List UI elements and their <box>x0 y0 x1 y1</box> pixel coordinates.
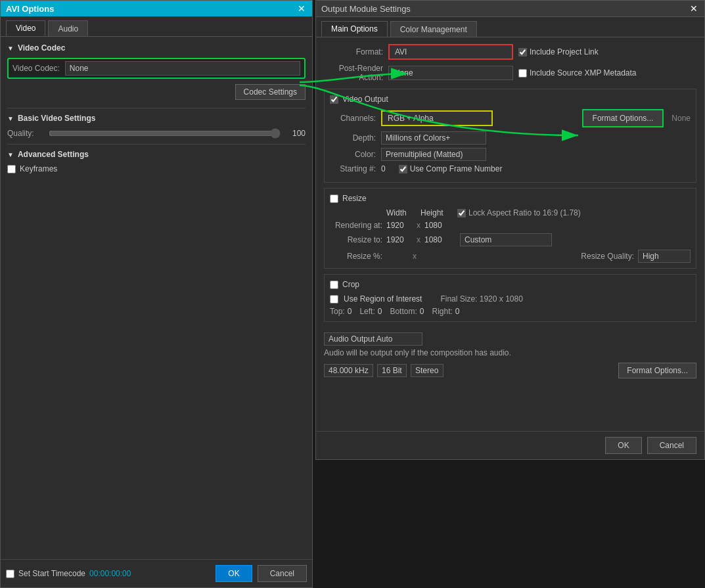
avi-titlebar: AVI Options ✕ <box>1 1 312 16</box>
top-value: 0 <box>348 307 352 316</box>
tab-color-management[interactable]: Color Management <box>390 21 477 37</box>
use-comp-frame-number-label: Use Comp Frame Number <box>399 164 503 173</box>
format-select[interactable]: AVI <box>388 44 513 60</box>
use-comp-frame-number-checkbox[interactable] <box>399 165 407 173</box>
tab-video[interactable]: Video <box>6 20 45 36</box>
set-start-timecode-label: Set Start Timecode <box>18 569 85 578</box>
height-col-header: Height <box>421 208 447 217</box>
crop-header: Crop <box>330 280 691 289</box>
resize-to-height: 1080 <box>424 235 451 244</box>
avi-bottom-bar: Set Start Timecode 00:00:00:00 OK Cancel <box>1 559 312 587</box>
channels-field-label: Channels: <box>330 114 376 123</box>
codec-select[interactable]: None <box>65 61 300 76</box>
set-start-timecode-checkbox[interactable] <box>6 570 14 578</box>
rendering-height: 1080 <box>424 221 451 230</box>
resize-to-label: Resize to: <box>330 235 382 244</box>
crop-label: Crop <box>342 280 359 289</box>
tab-main-options[interactable]: Main Options <box>321 21 388 37</box>
resize-preset-select[interactable]: Custom <box>460 233 552 246</box>
basic-video-triangle: ▼ <box>7 115 14 122</box>
resize-grid: Width Height Lock Aspect Ratio to 16:9 (… <box>330 208 691 263</box>
audio-section: Audio Output Auto Audio will be output o… <box>324 327 696 384</box>
resize-quality-select[interactable]: High <box>638 250 691 263</box>
include-source-xmp-label: Include Source XMP Metadata <box>518 68 637 78</box>
rendering-width: 1920 <box>386 221 413 230</box>
rendering-at-label: Rendering at: <box>330 221 382 230</box>
quality-slider[interactable] <box>49 128 281 139</box>
resize-section: Resize Width Height Lock Aspect Ratio to… <box>324 188 696 269</box>
color-select[interactable]: Premultiplied (Matted) <box>381 148 486 161</box>
avi-content-area: ▼ Video Codec Video Codec: None Codec Se… <box>1 37 312 559</box>
include-source-xmp-checkbox[interactable] <box>518 69 527 78</box>
basic-video-label: Basic Video Settings <box>18 114 95 123</box>
quality-label: Quality: <box>7 129 43 138</box>
bit-depth-select[interactable]: 16 Bit <box>377 364 407 377</box>
width-col-header: Width <box>386 208 413 217</box>
resize-checkbox[interactable] <box>330 194 338 203</box>
output-cancel-button[interactable]: Cancel <box>647 437 696 454</box>
resize-pct-label: Resize %: <box>330 252 382 261</box>
avi-close-button[interactable]: ✕ <box>296 3 307 14</box>
keyframes-row: Keyframes <box>7 164 306 173</box>
color-row: Color: Premultiplied (Matted) <box>330 148 691 161</box>
advanced-settings-header: ▼ Advanced Settings <box>7 150 306 159</box>
audio-channels-select[interactable]: Stereo <box>411 364 443 377</box>
left-item: Left: 0 <box>359 307 382 316</box>
timecode-section: Set Start Timecode 00:00:00:00 <box>6 569 210 578</box>
keyframes-label: Keyframes <box>20 164 57 173</box>
lock-aspect-checkbox[interactable] <box>457 209 466 217</box>
codec-field-label: Video Codec: <box>12 64 60 73</box>
format-options-button-video[interactable]: Format Options... <box>582 109 664 127</box>
output-ok-button[interactable]: OK <box>605 437 641 454</box>
avi-ok-button[interactable]: OK <box>216 565 252 582</box>
final-size-label: Final Size: 1920 x 1080 <box>440 294 522 304</box>
use-roi-row: Use Region of Interest Final Size: 1920 … <box>330 294 691 304</box>
crop-section: Crop Use Region of Interest Final Size: … <box>324 274 696 322</box>
bottom-value: 0 <box>420 307 424 316</box>
tab-audio[interactable]: Audio <box>48 20 88 36</box>
sample-rate-select[interactable]: 48.000 kHz <box>324 364 373 377</box>
post-render-row: Post-Render Action: None Include Source … <box>324 64 696 82</box>
avi-tabs: Video Audio <box>1 16 312 37</box>
resize-pct-row: Resize %: x Resize Quality: High <box>330 250 691 263</box>
format-field-label: Format: <box>324 47 383 57</box>
channels-select[interactable]: RGB + Alpha <box>381 110 493 126</box>
right-item: Right: 0 <box>432 307 459 316</box>
use-roi-label: Use Region of Interest <box>344 294 422 304</box>
video-output-label: Video Output <box>342 95 388 104</box>
avi-options-window: AVI Options ✕ Video Audio ▼ Video Codec … <box>0 0 313 588</box>
avi-cancel-button[interactable]: Cancel <box>258 565 307 582</box>
channels-row: Channels: RGB + Alpha Format Options... … <box>330 109 691 127</box>
crop-checkbox[interactable] <box>330 281 338 289</box>
depth-row: Depth: Millions of Colors+ <box>330 131 691 145</box>
channels-none-text: None <box>671 114 691 123</box>
depth-field-label: Depth: <box>330 133 376 143</box>
video-output-checkbox[interactable] <box>330 95 338 104</box>
right-label: Right: <box>432 307 452 316</box>
video-output-header: Video Output <box>330 95 691 104</box>
quality-row: Quality: 100 <box>7 128 306 139</box>
use-roi-checkbox[interactable] <box>330 295 338 304</box>
keyframes-checkbox[interactable] <box>7 165 16 173</box>
post-render-select[interactable]: None <box>388 66 513 80</box>
codec-select-row: Video Codec: None <box>7 58 306 79</box>
video-codec-label: Video Codec <box>18 43 65 53</box>
trbl-row: Top: 0 Left: 0 Bottom: 0 Right: 0 <box>330 307 691 316</box>
audio-output-select[interactable]: Audio Output Auto <box>324 332 422 346</box>
left-value: 0 <box>378 307 382 316</box>
include-project-link-checkbox[interactable] <box>518 48 527 57</box>
lock-aspect-label: Lock Aspect Ratio to 16:9 (1.78) <box>457 208 581 217</box>
format-row: Format: AVI Include Project Link <box>324 44 696 60</box>
output-footer: OK Cancel <box>316 431 704 459</box>
depth-select[interactable]: Millions of Colors+ <box>381 131 486 145</box>
audio-note: Audio will be output only if the composi… <box>324 348 696 357</box>
codec-settings-button[interactable]: Codec Settings <box>235 84 306 100</box>
output-close-button[interactable]: ✕ <box>689 3 699 14</box>
advanced-triangle: ▼ <box>7 151 14 158</box>
basic-video-settings-header: ▼ Basic Video Settings <box>7 114 306 123</box>
top-label: Top: <box>330 307 345 316</box>
starting-hash-value: 0 <box>381 164 386 173</box>
video-codec-triangle: ▼ <box>7 45 14 52</box>
format-options-button-audio[interactable]: Format Options... <box>618 363 696 378</box>
post-render-field-label: Post-Render Action: <box>324 64 383 82</box>
